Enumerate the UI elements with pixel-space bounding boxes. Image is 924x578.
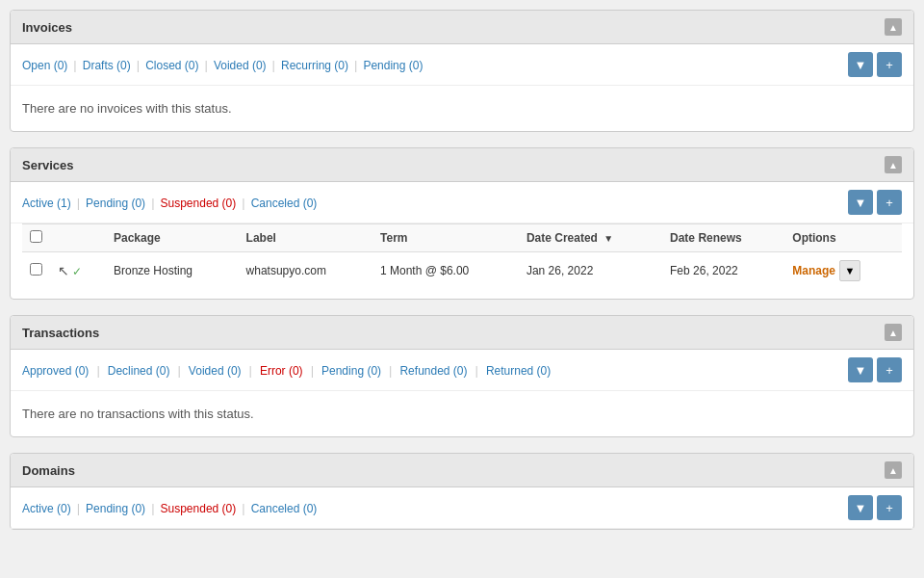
invoice-tab-voided[interactable]: Voided (0) xyxy=(214,58,267,72)
domain-tab-suspended[interactable]: Suspended (0) xyxy=(161,501,237,515)
row-label: whatsupyo.com xyxy=(239,252,372,290)
trans-tab-approved[interactable]: Approved (0) xyxy=(22,363,89,378)
transactions-header: Transactions ▲ xyxy=(11,316,913,350)
col-status xyxy=(50,224,106,252)
checkmark-icon: ✓ xyxy=(72,265,82,278)
trans-tab-error[interactable]: Error (0) xyxy=(260,363,303,378)
row-dropdown-button[interactable]: ▼ xyxy=(839,260,860,281)
services-tabs-row: Active (1) | Pending (0) | Suspended (0)… xyxy=(11,182,913,223)
filter-icon: ▼ xyxy=(855,501,867,515)
invoices-title: Invoices xyxy=(22,20,72,35)
domain-tab-active[interactable]: Active (0) xyxy=(22,501,71,515)
invoices-collapse-button[interactable]: ▲ xyxy=(885,18,902,36)
transactions-collapse-button[interactable]: ▲ xyxy=(885,324,902,341)
trans-tab-voided[interactable]: Voided (0) xyxy=(189,363,242,378)
row-options-cell: Manage ▼ xyxy=(784,252,902,289)
domains-collapse-button[interactable]: ▲ xyxy=(885,461,902,479)
invoice-tab-drafts[interactable]: Drafts (0) xyxy=(83,58,131,72)
trans-tab-declined[interactable]: Declined (0) xyxy=(108,363,170,378)
trans-tab-returned[interactable]: Returned (0) xyxy=(486,363,551,378)
invoices-add-button[interactable]: + xyxy=(877,52,902,77)
domains-tabs-row: Active (0) | Pending (0) | Suspended (0)… xyxy=(11,487,913,529)
row-date-renews: Feb 26, 2022 xyxy=(662,252,784,290)
trans-tab-pending[interactable]: Pending (0) xyxy=(321,363,381,378)
plus-icon: + xyxy=(886,58,893,72)
row-cursor-cell: ↖ ✓ xyxy=(50,252,106,290)
filter-icon: ▼ xyxy=(855,58,867,72)
col-term: Term xyxy=(372,224,519,252)
domains-filter-button[interactable]: ▼ xyxy=(848,495,873,520)
invoices-actions: ▼ + xyxy=(848,52,902,77)
transactions-add-button[interactable]: + xyxy=(877,357,902,382)
collapse-icon: ▲ xyxy=(888,328,898,338)
domains-actions: ▼ + xyxy=(848,495,902,520)
services-actions: ▼ + xyxy=(848,190,902,215)
collapse-icon: ▲ xyxy=(888,465,898,476)
invoices-empty-message: There are no invoices with this status. xyxy=(11,86,913,131)
transactions-actions: ▼ + xyxy=(848,357,902,382)
filter-icon: ▼ xyxy=(855,363,867,378)
service-tab-canceled[interactable]: Canceled (0) xyxy=(251,196,318,210)
services-title: Services xyxy=(22,158,74,172)
services-add-button[interactable]: + xyxy=(877,190,902,215)
trans-tab-refunded[interactable]: Refunded (0) xyxy=(399,363,467,378)
row-date-created: Jan 26, 2022 xyxy=(519,252,662,290)
col-label: Label xyxy=(239,224,372,252)
invoices-section: Invoices ▲ Open (0) | Drafts (0) | Close… xyxy=(10,10,914,132)
transactions-empty-message: There are no transactions with this stat… xyxy=(11,391,913,436)
invoice-tab-pending[interactable]: Pending (0) xyxy=(363,58,423,72)
service-tab-pending[interactable]: Pending (0) xyxy=(86,196,145,210)
invoice-tab-closed[interactable]: Closed (0) xyxy=(145,58,198,72)
col-date-created[interactable]: Date Created ▼ xyxy=(519,224,662,252)
col-options: Options xyxy=(784,224,902,252)
services-section: Services ▲ Active (1) | Pending (0) | Su… xyxy=(10,147,914,300)
dropdown-arrow-icon: ▼ xyxy=(845,265,856,276)
plus-icon: + xyxy=(886,363,893,378)
cursor-icon: ↖ xyxy=(58,263,69,278)
plus-icon: + xyxy=(886,196,893,210)
services-table: Package Label Term Date Created ▼ Date R… xyxy=(22,223,902,289)
row-checkbox-cell xyxy=(22,252,50,290)
table-row: ↖ ✓ Bronze Hosting whatsupyo.com 1 Month… xyxy=(22,252,902,290)
invoices-filter-button[interactable]: ▼ xyxy=(848,52,873,77)
service-tab-active[interactable]: Active (1) xyxy=(22,196,71,210)
invoices-tabs-row: Open (0) | Drafts (0) | Closed (0) | Voi… xyxy=(11,44,913,86)
plus-icon: + xyxy=(886,501,893,515)
domains-section: Domains ▲ Active (0) | Pending (0) | Sus… xyxy=(10,453,914,530)
services-filter-button[interactable]: ▼ xyxy=(848,190,873,215)
domains-title: Domains xyxy=(22,463,75,478)
transactions-title: Transactions xyxy=(22,326,99,340)
transactions-tabs-row: Approved (0) | Declined (0) | Voided (0)… xyxy=(11,350,913,391)
domain-tab-canceled[interactable]: Canceled (0) xyxy=(251,501,318,515)
services-table-container: Package Label Term Date Created ▼ Date R… xyxy=(11,223,913,299)
row-checkbox[interactable] xyxy=(30,263,42,276)
services-collapse-button[interactable]: ▲ xyxy=(885,156,902,173)
filter-icon: ▼ xyxy=(855,196,867,210)
invoice-tab-open[interactable]: Open (0) xyxy=(22,58,67,72)
collapse-icon: ▲ xyxy=(888,160,898,171)
invoice-tab-recurring[interactable]: Recurring (0) xyxy=(281,58,348,72)
services-table-header-row: Package Label Term Date Created ▼ Date R… xyxy=(22,224,902,252)
col-package: Package xyxy=(106,224,239,252)
col-date-renews: Date Renews xyxy=(662,224,784,252)
domains-add-button[interactable]: + xyxy=(877,495,902,520)
transactions-filter-button[interactable]: ▼ xyxy=(848,357,873,382)
manage-link[interactable]: Manage xyxy=(792,264,835,277)
service-tab-suspended[interactable]: Suspended (0) xyxy=(161,196,237,210)
select-all-checkbox[interactable] xyxy=(30,230,42,243)
domain-tab-pending[interactable]: Pending (0) xyxy=(86,501,145,515)
transactions-section: Transactions ▲ Approved (0) | Declined (… xyxy=(10,315,914,437)
col-checkbox xyxy=(22,224,50,252)
sort-arrow-icon: ▼ xyxy=(603,233,613,244)
collapse-icon: ▲ xyxy=(888,22,898,33)
services-header: Services ▲ xyxy=(11,148,913,182)
row-package: Bronze Hosting xyxy=(106,252,239,290)
domains-header: Domains ▲ xyxy=(11,454,913,487)
row-term: 1 Month @ $6.00 xyxy=(372,252,519,290)
invoices-header: Invoices ▲ xyxy=(11,11,913,44)
